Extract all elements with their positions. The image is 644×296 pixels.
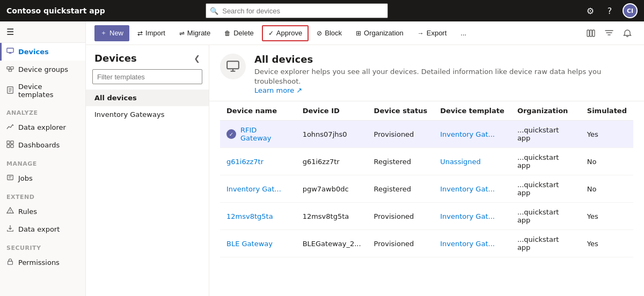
svg-rect-3 <box>9 70 11 72</box>
columns-icon[interactable] <box>583 25 599 41</box>
cell-device-name: 12msv8tg5ta <box>220 203 296 230</box>
all-devices-header: All devices Device explorer helps you se… <box>209 45 644 101</box>
avatar[interactable]: CI <box>623 3 638 18</box>
import-button[interactable]: ⇄ Import <box>131 25 171 41</box>
more-button[interactable]: ... <box>455 25 472 41</box>
notification-icon[interactable] <box>619 25 635 41</box>
device-name-link[interactable]: g61i6zz7tr <box>226 158 264 166</box>
cell-simulated: Yes <box>581 230 633 257</box>
settings-icon[interactable]: ⚙ <box>584 4 597 17</box>
cell-device-name: g61i6zz7tr <box>220 148 296 175</box>
svg-rect-18 <box>8 261 13 264</box>
device-name-link[interactable]: RFID Gateway <box>240 126 290 142</box>
inventory-gateways-nav[interactable]: Inventory Gateways <box>86 106 209 123</box>
cell-device-id: 1ohns07jhs0 <box>296 121 368 148</box>
approve-button[interactable]: ✓ Approve <box>262 25 309 41</box>
device-name-link[interactable]: Inventory Gat... <box>226 185 281 193</box>
permissions-icon <box>6 258 14 267</box>
panel-collapse-button[interactable]: ❮ <box>192 53 202 64</box>
device-name-link[interactable]: BLE Gateway <box>226 240 273 248</box>
svg-rect-20 <box>590 30 592 36</box>
table-row[interactable]: BLE GatewayBLEGateway_2...ProvisionedInv… <box>220 230 633 257</box>
filter-input[interactable] <box>92 69 202 84</box>
organization-icon: ⊞ <box>356 29 361 37</box>
filter-icon[interactable] <box>601 25 617 41</box>
new-button[interactable]: ＋ New <box>94 25 129 41</box>
sidebar-item-device-groups-label: Device groups <box>18 65 68 73</box>
migrate-button[interactable]: ⇌ Migrate <box>173 25 216 41</box>
hamburger-button[interactable]: ☰ <box>0 21 85 43</box>
template-link[interactable]: Inventory Gat... <box>440 130 495 138</box>
sidebar-item-jobs-label: Jobs <box>18 174 33 182</box>
svg-rect-22 <box>227 61 239 69</box>
search-container: 🔍 <box>206 3 388 18</box>
sidebar-item-devices-label: Devices <box>18 48 49 56</box>
sidebar-item-jobs[interactable]: Jobs <box>0 169 85 187</box>
col-device-status: Device status <box>368 101 434 121</box>
svg-rect-9 <box>11 141 13 144</box>
sidebar-item-dashboards[interactable]: Dashboards <box>0 136 85 154</box>
learn-more-link[interactable]: Learn more ↗ <box>254 86 302 94</box>
all-devices-nav[interactable]: All devices <box>86 90 209 106</box>
delete-icon: 🗑 <box>224 29 231 37</box>
sidebar-item-device-templates-label: Device templates <box>18 83 79 99</box>
topbar: Contoso quickstart app 🔍 ⚙ ? CI <box>0 0 644 21</box>
sidebar-item-data-explorer[interactable]: Data explorer <box>0 119 85 136</box>
sidebar-item-devices[interactable]: Devices <box>0 43 85 61</box>
col-device-id: Device ID <box>296 101 368 121</box>
template-link[interactable]: Inventory Gat... <box>440 240 495 248</box>
sidebar-item-dashboards-label: Dashboards <box>18 141 60 149</box>
sidebar-item-device-groups[interactable]: Device groups <box>0 61 85 78</box>
table-row[interactable]: Inventory Gat...pgw7awb0dcRegisteredInve… <box>220 175 633 203</box>
cell-device-name: Inventory Gat... <box>220 175 296 203</box>
content-area: ＋ New ⇄ Import ⇌ Migrate 🗑 Delete ✓ Appr… <box>86 21 644 296</box>
topbar-icons: ⚙ ? CI <box>584 3 638 18</box>
table-row[interactable]: 12msv8tg5ta12msv8tg5taProvisionedInvento… <box>220 203 633 230</box>
app-title: Contoso quickstart app <box>6 6 105 15</box>
inner-layout: Devices ❮ All devices Inventory Gateways <box>86 45 644 296</box>
svg-point-17 <box>10 212 10 212</box>
template-link[interactable]: Inventory Gat... <box>440 185 495 193</box>
devices-filter <box>86 69 209 90</box>
table-row[interactable]: g61i6zz7trg61i6zz7trRegisteredUnassigned… <box>220 148 633 175</box>
template-link[interactable]: Unassigned <box>440 158 481 166</box>
col-device-template: Device template <box>434 101 511 121</box>
sidebar-item-data-export[interactable]: Data export <box>0 220 85 238</box>
help-icon[interactable]: ? <box>603 4 616 17</box>
cell-device-template: Unassigned <box>434 148 511 175</box>
cell-simulated: No <box>581 175 633 203</box>
svg-rect-2 <box>11 67 13 69</box>
template-link[interactable]: Inventory Gat... <box>440 212 495 220</box>
cell-device-status: Provisioned <box>368 203 434 230</box>
svg-rect-11 <box>11 145 13 147</box>
sidebar-item-permissions[interactable]: Permissions <box>0 254 85 271</box>
cell-device-status: Provisioned <box>368 121 434 148</box>
cell-organization: ...quickstart app <box>511 175 581 203</box>
import-icon: ⇄ <box>137 29 143 37</box>
approve-icon: ✓ <box>268 29 274 37</box>
cell-device-template: Inventory Gat... <box>434 203 511 230</box>
device-name-link[interactable]: 12msv8tg5ta <box>226 212 273 220</box>
all-devices-icon <box>220 54 246 79</box>
block-button[interactable]: ⊘ Block <box>311 25 348 41</box>
all-devices-description: Device explorer helps you see all your d… <box>254 67 633 86</box>
devices-table: Device name Device ID Device status Devi… <box>209 101 644 296</box>
delete-button[interactable]: 🗑 Delete <box>218 25 260 41</box>
device-groups-icon <box>6 65 14 74</box>
cell-device-id: BLEGateway_2... <box>296 230 368 257</box>
export-button[interactable]: → Export <box>412 25 453 41</box>
migrate-icon: ⇌ <box>179 29 185 37</box>
sidebar: ☰ Devices Device groups Device templates… <box>0 21 86 296</box>
cell-device-template: Inventory Gat... <box>434 230 511 257</box>
svg-rect-21 <box>592 30 595 36</box>
toolbar: ＋ New ⇄ Import ⇌ Migrate 🗑 Delete ✓ Appr… <box>86 21 644 45</box>
organization-button[interactable]: ⊞ Organization <box>350 25 409 41</box>
search-input[interactable] <box>206 3 388 18</box>
table-row[interactable]: ✓RFID Gateway1ohns07jhs0ProvisionedInven… <box>220 121 633 148</box>
sidebar-item-device-templates[interactable]: Device templates <box>0 78 85 103</box>
col-device-name: Device name <box>220 101 296 121</box>
cell-device-status: Registered <box>368 175 434 203</box>
svg-rect-12 <box>8 175 13 180</box>
sidebar-item-rules[interactable]: Rules <box>0 203 85 220</box>
manage-section-label: Manage <box>0 154 85 169</box>
